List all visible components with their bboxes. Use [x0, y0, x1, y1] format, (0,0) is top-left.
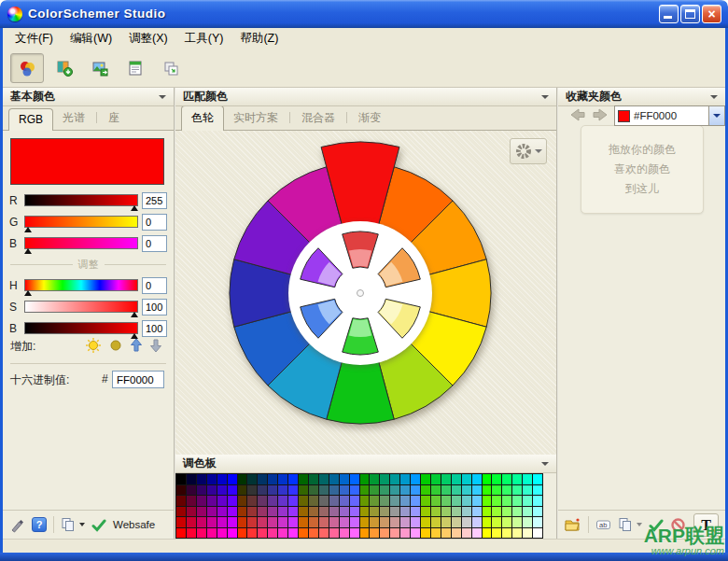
- palette-cell[interactable]: [319, 485, 329, 496]
- palette-cell[interactable]: [247, 517, 257, 527]
- palette-cell[interactable]: [329, 507, 339, 517]
- menu-item-4[interactable]: 工具(Y): [176, 28, 232, 49]
- menu-item-2[interactable]: 编辑(W): [62, 28, 120, 49]
- forward-arrow-icon[interactable]: [591, 107, 609, 122]
- palette-cell[interactable]: [380, 496, 389, 506]
- collapse-arrow-icon[interactable]: [541, 95, 549, 99]
- copy-icon[interactable]: [618, 517, 633, 532]
- palette-cell[interactable]: [197, 474, 206, 484]
- palette-cell[interactable]: [472, 507, 482, 517]
- collapse-arrow-icon[interactable]: [710, 95, 718, 99]
- favorite-colors-header[interactable]: 收藏夹颜色: [558, 88, 725, 106]
- palette-cell[interactable]: [187, 485, 196, 496]
- palette-cell[interactable]: [228, 485, 237, 496]
- palette-cell[interactable]: [299, 496, 308, 506]
- palette-cell[interactable]: [533, 474, 542, 484]
- slider-value-input[interactable]: [142, 320, 167, 337]
- palette-cell[interactable]: [350, 485, 359, 496]
- palette-cell[interactable]: [350, 474, 359, 484]
- slider-value-input[interactable]: [142, 277, 167, 294]
- menu-item-5[interactable]: 帮助(Z): [231, 28, 287, 49]
- scheme-options-button[interactable]: [510, 138, 547, 164]
- palette-cell[interactable]: [340, 507, 349, 517]
- palette-cell[interactable]: [370, 485, 379, 496]
- palette-cell[interactable]: [329, 517, 339, 527]
- slider-track-s[interactable]: [24, 301, 138, 318]
- tab-色轮[interactable]: 色轮: [181, 105, 224, 131]
- help-icon[interactable]: ?: [32, 517, 47, 532]
- rename-ab-icon[interactable]: ab: [595, 517, 611, 532]
- palette-cell[interactable]: [483, 474, 492, 484]
- palette-cell[interactable]: [299, 485, 308, 496]
- palette-cell[interactable]: [299, 507, 308, 517]
- tab-实时方案[interactable]: 实时方案: [224, 106, 287, 130]
- palette-cell[interactable]: [309, 474, 318, 484]
- palette-cell[interactable]: [340, 528, 349, 539]
- palette-cell[interactable]: [268, 517, 277, 527]
- palette-cell[interactable]: [340, 517, 349, 527]
- palette-cell[interactable]: [207, 474, 217, 484]
- palette-cell[interactable]: [299, 528, 308, 539]
- palette-cell[interactable]: [360, 517, 370, 527]
- palette-cell[interactable]: [207, 496, 217, 506]
- slider-thumb[interactable]: [24, 290, 32, 296]
- collapse-arrow-icon[interactable]: [159, 95, 166, 99]
- palette-cell[interactable]: [340, 496, 349, 506]
- palette-cell[interactable]: [452, 496, 461, 506]
- minimize-button[interactable]: [659, 5, 679, 23]
- palette-cell[interactable]: [197, 507, 206, 517]
- palette-cell[interactable]: [319, 507, 329, 517]
- tab-光谱[interactable]: 光谱: [53, 106, 94, 130]
- palette-cell[interactable]: [462, 507, 471, 517]
- slider-thumb[interactable]: [131, 205, 138, 211]
- palette-cell[interactable]: [492, 507, 501, 517]
- maximize-button[interactable]: [680, 5, 700, 23]
- palette-cell[interactable]: [380, 528, 389, 539]
- export-palette-button[interactable]: [48, 53, 81, 83]
- open-folder-icon[interactable]: [565, 517, 581, 532]
- palette-cell[interactable]: [268, 485, 277, 496]
- palette-cell[interactable]: [217, 474, 227, 484]
- combo-dropdown-button[interactable]: [708, 106, 724, 125]
- tab-座[interactable]: 座: [99, 106, 129, 130]
- palette-cell[interactable]: [228, 517, 237, 527]
- menu-item-3[interactable]: 调整(X): [120, 28, 176, 49]
- palette-cell[interactable]: [411, 507, 420, 517]
- palette-cell[interactable]: [329, 474, 339, 484]
- palette-cell[interactable]: [390, 496, 399, 506]
- palette-cell[interactable]: [319, 517, 329, 527]
- palette-cell[interactable]: [319, 496, 329, 506]
- back-arrow-icon[interactable]: [568, 107, 587, 122]
- palette-cell[interactable]: [197, 485, 206, 496]
- palette-cell[interactable]: [441, 517, 451, 527]
- palette-cell[interactable]: [462, 528, 471, 539]
- palette-cell[interactable]: [228, 528, 237, 539]
- gradient-track[interactable]: [24, 194, 138, 206]
- palette-cell[interactable]: [502, 474, 511, 484]
- palette-cell[interactable]: [238, 496, 247, 506]
- palette-header[interactable]: 调色板: [175, 455, 556, 473]
- palette-cell[interactable]: [421, 528, 430, 539]
- palette-cell[interactable]: [441, 507, 451, 517]
- palette-cell[interactable]: [370, 507, 379, 517]
- palette-cell[interactable]: [492, 474, 501, 484]
- palette-cell[interactable]: [483, 485, 492, 496]
- palette-cell[interactable]: [228, 496, 237, 506]
- palette-cell[interactable]: [370, 496, 379, 506]
- palette-cell[interactable]: [278, 474, 287, 484]
- palette-cell[interactable]: [483, 507, 492, 517]
- match-colors-header[interactable]: 匹配颜色: [175, 88, 556, 106]
- slider-track-h[interactable]: [24, 279, 138, 297]
- palette-cell[interactable]: [411, 528, 420, 539]
- palette-cell[interactable]: [176, 517, 186, 527]
- title-bar[interactable]: ColorSchemer Studio ×: [0, 0, 728, 28]
- palette-cell[interactable]: [431, 474, 441, 484]
- palette-cell[interactable]: [309, 496, 318, 506]
- palette-cell[interactable]: [472, 474, 482, 484]
- palette-cell[interactable]: [502, 528, 511, 539]
- copy-dropdown-icon[interactable]: [637, 523, 642, 526]
- palette-cell[interactable]: [512, 474, 522, 484]
- palette-cell[interactable]: [441, 528, 451, 539]
- duplicate-button[interactable]: [154, 53, 188, 83]
- brighten-sun-icon[interactable]: [85, 337, 102, 354]
